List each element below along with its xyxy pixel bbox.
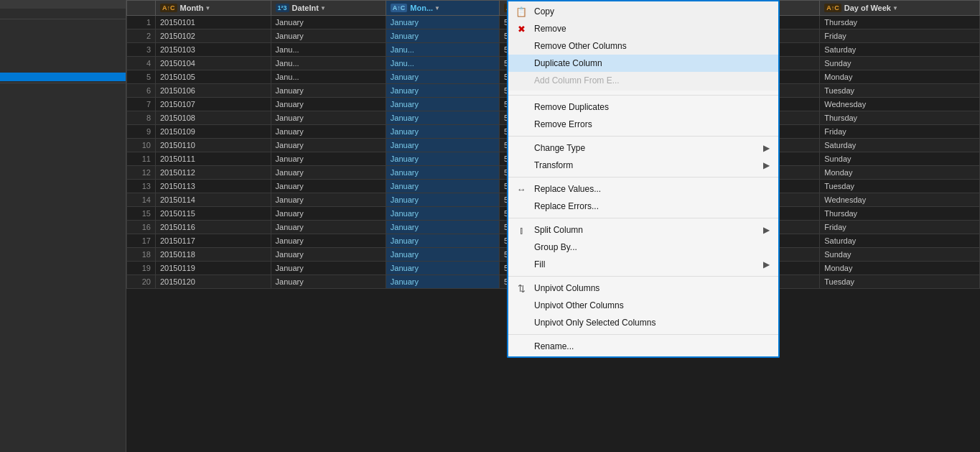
menu-label-copy: Copy bbox=[534, 6, 554, 17]
cell-dayofweek: Saturday bbox=[820, 234, 980, 248]
menu-item-duplicate-column[interactable]: Duplicate Column bbox=[508, 55, 778, 72]
col-filter-month[interactable]: ▼ bbox=[205, 5, 210, 11]
sidebar-item-dates-query[interactable] bbox=[0, 9, 126, 17]
cell-dateint: January bbox=[271, 180, 386, 193]
menu-label-remove: Remove bbox=[534, 24, 566, 34]
sidebar-divider-2 bbox=[0, 83, 126, 83]
col-filter-dateint[interactable]: ▼ bbox=[320, 5, 326, 11]
menu-item-unpivot-columns[interactable]: ⇅ Unpivot Columns bbox=[508, 280, 778, 297]
cell-rownumber: 6 bbox=[127, 84, 156, 98]
cell-monthname: January bbox=[386, 275, 499, 289]
cell-dateint: January bbox=[271, 111, 386, 125]
cell-dayofweek: Tuesday bbox=[820, 180, 980, 193]
cell-dateint: January bbox=[271, 234, 386, 248]
menu-label-remove-err: Remove Errors bbox=[534, 119, 592, 129]
change-type-arrow: ▶ bbox=[763, 143, 770, 153]
sidebar-item-dates[interactable] bbox=[0, 73, 126, 81]
menu-item-rename[interactable]: Rename... bbox=[508, 338, 778, 355]
sidebar-item-products[interactable] bbox=[0, 47, 126, 55]
cell-rownumber: 2 bbox=[127, 29, 156, 43]
sidebar-item-locations[interactable] bbox=[0, 38, 126, 47]
cell-month: 20150119 bbox=[156, 262, 271, 275]
menu-label-remove-other: Remove Other Columns bbox=[534, 41, 627, 51]
cell-month: 20150112 bbox=[156, 166, 271, 180]
cell-dateint: January bbox=[271, 221, 386, 234]
menu-item-transform[interactable]: Transform ▶ bbox=[508, 157, 778, 174]
menu-label-split: Split Column bbox=[534, 225, 583, 235]
main-content: A↑C Month ▼ 1²3 DateInt ▼ bbox=[126, 0, 980, 452]
menu-label-remove-dup: Remove Duplicates bbox=[534, 102, 609, 112]
menu-item-remove-other-columns[interactable]: Remove Other Columns bbox=[508, 37, 778, 55]
cell-dateint: Janu... bbox=[271, 57, 386, 70]
cell-month: 20150106 bbox=[156, 84, 271, 98]
cell-rownumber: 3 bbox=[127, 43, 156, 57]
col-filter-monthname[interactable]: ▼ bbox=[434, 5, 440, 11]
col-filter-dow[interactable]: ▼ bbox=[892, 5, 898, 11]
cell-monthname: January bbox=[386, 125, 499, 139]
cell-monthname: January bbox=[386, 193, 499, 207]
menu-label-unpivot-other: Unpivot Other Columns bbox=[534, 300, 624, 310]
cell-rownumber: 14 bbox=[127, 193, 156, 207]
context-menu: 📋 Copy ✖ Remove Remove Other Columns Dup… bbox=[507, 0, 780, 358]
cell-rownumber: 13 bbox=[127, 180, 156, 193]
sidebar-item-key-measures[interactable] bbox=[0, 93, 126, 102]
menu-item-unpivot-selected[interactable]: Unpivot Only Selected Columns bbox=[508, 314, 778, 331]
cell-dateint: January bbox=[271, 84, 386, 98]
cell-month: 20150110 bbox=[156, 139, 271, 152]
cell-month: 20150120 bbox=[156, 275, 271, 289]
cell-dateint: January bbox=[271, 152, 386, 166]
cell-dayofweek: Sunday bbox=[820, 248, 980, 262]
col-header-month[interactable]: A↑C Month ▼ bbox=[156, 1, 271, 16]
cell-dayofweek: Sunday bbox=[820, 152, 980, 166]
fill-arrow: ▶ bbox=[763, 259, 770, 269]
cell-rownumber: 11 bbox=[127, 152, 156, 166]
sidebar bbox=[0, 0, 126, 452]
cell-monthname: January bbox=[386, 29, 499, 43]
menu-label-rename: Rename... bbox=[534, 341, 574, 351]
sidebar-param-query[interactable] bbox=[0, 0, 126, 9]
menu-item-group-by[interactable]: Group By... bbox=[508, 239, 778, 256]
transform-arrow: ▶ bbox=[763, 160, 770, 170]
col-label-dateint: DateInt bbox=[292, 4, 319, 12]
menu-item-replace-errors[interactable]: Replace Errors... bbox=[508, 198, 778, 215]
sidebar-data-model[interactable] bbox=[0, 21, 126, 29]
sidebar-item-sales[interactable] bbox=[0, 55, 126, 64]
menu-label-transform: Transform bbox=[534, 160, 573, 170]
sidebar-item-customers[interactable] bbox=[0, 29, 126, 38]
menu-item-fill[interactable]: Fill ▶ bbox=[508, 256, 778, 273]
col-header-dateint[interactable]: 1²3 DateInt ▼ bbox=[271, 1, 386, 16]
cell-dayofweek: Tuesday bbox=[820, 84, 980, 98]
cell-month: 20150116 bbox=[156, 221, 271, 234]
menu-item-split-column[interactable]: ⫿ Split Column ▶ bbox=[508, 221, 778, 239]
col-header-dayofweek[interactable]: A↑C Day of Week ▼ bbox=[820, 1, 980, 16]
sidebar-item-salespeople[interactable] bbox=[0, 64, 126, 73]
menu-label-group: Group By... bbox=[534, 242, 577, 252]
context-menu-main: Remove Duplicates Remove Errors Change T… bbox=[507, 91, 780, 358]
cell-month: 20150118 bbox=[156, 248, 271, 262]
menu-item-copy[interactable]: 📋 Copy bbox=[508, 3, 778, 20]
sidebar-other-queries[interactable] bbox=[0, 85, 126, 93]
menu-sep-4 bbox=[508, 218, 778, 218]
menu-item-add-column-from[interactable]: Add Column From E... bbox=[508, 72, 778, 89]
split-arrow: ▶ bbox=[763, 225, 770, 235]
cell-dateint: January bbox=[271, 207, 386, 221]
menu-item-remove-errors[interactable]: Remove Errors bbox=[508, 116, 778, 133]
menu-item-replace-values[interactable]: ↔ Replace Values... bbox=[508, 180, 778, 198]
cell-dayofweek: Saturday bbox=[820, 139, 980, 152]
cell-dateint: January bbox=[271, 275, 386, 289]
col-type-monthname: A↑C bbox=[391, 4, 408, 12]
menu-item-change-type[interactable]: Change Type ▶ bbox=[508, 139, 778, 157]
menu-sep-1 bbox=[508, 95, 778, 96]
col-header-monthname[interactable]: A↑C Mon... ▼ bbox=[386, 1, 499, 16]
cell-monthname: January bbox=[386, 111, 499, 125]
cell-rownumber: 20 bbox=[127, 275, 156, 289]
menu-item-remove-duplicates[interactable]: Remove Duplicates bbox=[508, 98, 778, 116]
menu-item-unpivot-other[interactable]: Unpivot Other Columns bbox=[508, 297, 778, 314]
col-type-dow: A↑C bbox=[824, 4, 841, 12]
cell-rownumber: 17 bbox=[127, 234, 156, 248]
cell-dayofweek: Friday bbox=[820, 29, 980, 43]
cell-month: 20150111 bbox=[156, 152, 271, 166]
menu-item-remove[interactable]: ✖ Remove bbox=[508, 20, 778, 37]
cell-rownumber: 5 bbox=[127, 70, 156, 84]
col-label-monthname: Mon... bbox=[410, 4, 433, 12]
